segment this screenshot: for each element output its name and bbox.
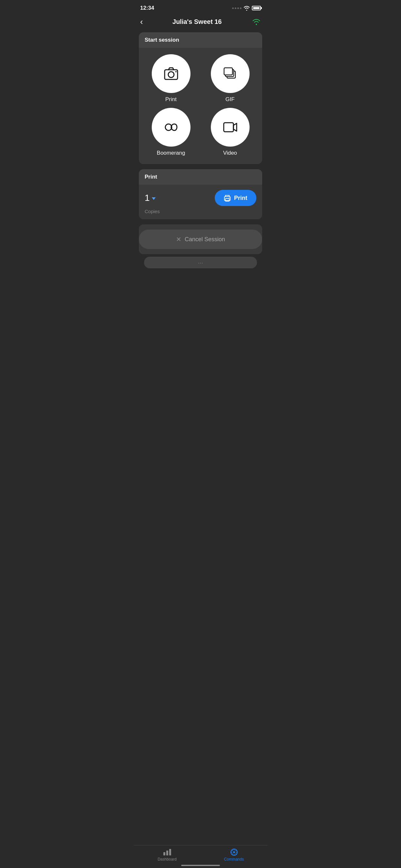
wifi-icon bbox=[243, 5, 250, 11]
print-circle bbox=[152, 54, 190, 93]
boomerang-label: Boomerang bbox=[157, 150, 185, 156]
cancel-session-card: ✕ Cancel Session bbox=[139, 224, 262, 254]
print-card-header: Print bbox=[139, 169, 262, 185]
status-icons bbox=[232, 5, 261, 11]
svg-point-9 bbox=[229, 197, 229, 198]
start-session-card: Start session Print bbox=[139, 32, 262, 164]
copies-selector[interactable]: 1 bbox=[145, 193, 156, 203]
session-item-gif[interactable]: GIF bbox=[203, 54, 257, 103]
cancel-session-label: Cancel Session bbox=[185, 236, 225, 243]
wifi-status-icon bbox=[251, 18, 261, 25]
copies-dropdown-arrow[interactable] bbox=[152, 197, 156, 200]
svg-point-1 bbox=[168, 72, 174, 78]
nav-header: ‹ Julia's Sweet 16 bbox=[134, 14, 267, 32]
session-grid: Print GIF bbox=[139, 48, 262, 164]
gif-label: GIF bbox=[225, 96, 235, 103]
svg-point-2 bbox=[175, 71, 177, 72]
battery-icon bbox=[252, 6, 261, 10]
print-action-button[interactable]: Print bbox=[215, 190, 256, 206]
video-label: Video bbox=[223, 150, 237, 156]
print-controls: 1 Print bbox=[139, 185, 262, 209]
cancel-x-icon: ✕ bbox=[176, 236, 181, 243]
copies-number: 1 bbox=[145, 193, 150, 203]
cancel-session-button[interactable]: ✕ Cancel Session bbox=[139, 229, 262, 249]
copies-label: Copies bbox=[139, 209, 262, 219]
back-button[interactable]: ‹ bbox=[140, 18, 143, 26]
session-item-video[interactable]: Video bbox=[203, 108, 257, 156]
main-content: Start session Print bbox=[134, 32, 267, 303]
partial-dots: ··· bbox=[198, 259, 204, 267]
video-circle bbox=[211, 108, 250, 147]
printer-icon bbox=[224, 194, 231, 202]
signal-icon bbox=[232, 7, 242, 9]
start-session-header: Start session bbox=[139, 32, 262, 48]
infinity-icon bbox=[162, 118, 180, 136]
status-bar: 12:34 bbox=[134, 0, 267, 14]
print-button-label: Print bbox=[234, 195, 247, 202]
print-card: Print 1 Print Copies bbox=[139, 169, 262, 219]
session-item-boomerang[interactable]: Boomerang bbox=[144, 108, 198, 156]
svg-rect-6 bbox=[224, 123, 234, 132]
camera-icon bbox=[162, 65, 180, 83]
boomerang-circle bbox=[152, 108, 190, 147]
print-label: Print bbox=[165, 96, 177, 103]
gif-circle bbox=[211, 54, 250, 93]
status-time: 12:34 bbox=[140, 5, 154, 11]
session-item-print[interactable]: Print bbox=[144, 54, 198, 103]
page-title: Julia's Sweet 16 bbox=[143, 18, 251, 26]
gif-icon bbox=[221, 65, 239, 83]
partial-button: ··· bbox=[144, 257, 257, 268]
svg-rect-5 bbox=[224, 68, 233, 75]
video-icon bbox=[221, 118, 239, 136]
